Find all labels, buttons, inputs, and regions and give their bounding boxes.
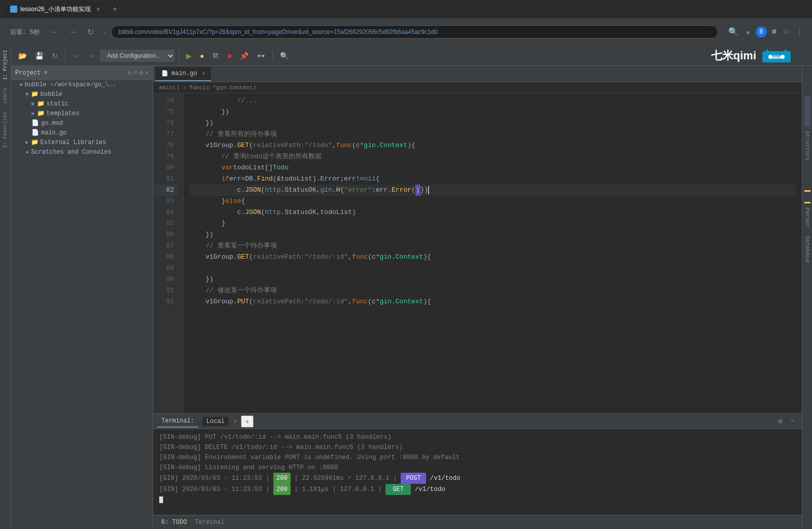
todo-bottom-tab[interactable]: 6: TODO — [157, 517, 191, 528]
go-mod-item[interactable]: 📄 go.mod — [11, 118, 153, 128]
static-folder-item[interactable]: ► 📁 static — [11, 99, 153, 109]
code-line-91: // 修改某一个待办事项 — [190, 285, 796, 296]
ext-libs-expand-icon: ► — [25, 139, 29, 146]
tab-label: lesson26_小清单功能实现 — [20, 5, 91, 14]
debug-btn[interactable]: ● — [197, 50, 207, 62]
new-tab-button[interactable]: + — [109, 4, 121, 15]
bookmark-icon[interactable]: ★ — [744, 25, 753, 39]
parser-panel-tab[interactable]: Parser — [802, 203, 812, 232]
code-line-92: v1Group.PUT( relativePath: "/todo/:id", … — [190, 296, 796, 307]
code-line-75: }) — [190, 107, 796, 118]
close-panel-icon[interactable]: ✕ — [145, 69, 149, 77]
refresh-tree-icon[interactable]: ↻ — [128, 69, 131, 77]
address-bar[interactable] — [111, 25, 719, 39]
go-mod-label: go.mod — [41, 120, 63, 127]
nav-back-btn[interactable]: ← — [69, 50, 83, 62]
run-btn[interactable]: ▶ — [183, 50, 195, 62]
build-btn[interactable]: 🛠 — [209, 50, 222, 62]
project-header: Project ▼ ↻ ≡ ⚙ ✕ — [11, 66, 153, 80]
countdown-label: 后退: 5秒 — [6, 27, 44, 38]
terminal-bottom-tab[interactable]: Terminal — [191, 517, 228, 528]
terminal-settings: ⚙ − — [775, 415, 798, 428]
terminal-close-icon[interactable]: ✕ — [234, 418, 237, 425]
scratches-item[interactable]: ★ Scratches and Consoles — [11, 147, 153, 157]
profile-icon[interactable]: ☺ — [782, 25, 791, 39]
local-tab[interactable]: Local — [202, 417, 229, 426]
main-go-tab-label: main.go — [171, 70, 197, 77]
code-line-84: c.JSON(http.StatusOK, todoList) — [190, 207, 796, 218]
config-dropdown[interactable]: Add Configuration... — [100, 50, 174, 62]
extension-icon[interactable]: B — [756, 26, 767, 38]
external-libs-item[interactable]: ► 📁 External Libraries — [11, 137, 153, 147]
static-folder-icon: 📁 — [37, 100, 45, 108]
terminal-minimize-icon[interactable]: − — [788, 415, 798, 428]
terminal-settings-icon[interactable]: ⚙ — [775, 415, 785, 428]
main-go-editor-tab[interactable]: 📄 main.go ✕ — [155, 67, 211, 81]
line-90: 90 — [153, 274, 178, 285]
collapse-icon[interactable]: ≡ — [133, 69, 137, 77]
scratches-icon: ★ — [25, 148, 29, 156]
browser-chrome: lesson26_小清单功能实现 ✕ + 后退: 5秒 ← → ↻ → 🔍 ★ … — [0, 0, 812, 46]
back-button[interactable]: ← — [48, 25, 62, 39]
learn-panel-tab[interactable]: Learn — [1, 84, 10, 108]
line-83: 83 — [153, 196, 178, 207]
toolbar-sep3 — [272, 51, 273, 61]
project-panel-tab[interactable]: 1: Project — [1, 46, 10, 84]
terminal-tab-local[interactable]: Terminal: — [157, 415, 198, 428]
bubble-folder-icon: 📁 — [31, 90, 39, 98]
project-panel: Project ▼ ↻ ≡ ⚙ ✕ ● bubble ~/workspace/g… — [11, 66, 153, 529]
toolbar-sep2 — [179, 51, 179, 61]
sync-btn[interactable]: ↻ — [49, 50, 61, 62]
editor-tabs: 📄 main.go ✕ — [153, 66, 802, 82]
line-87: 87 — [153, 240, 178, 252]
attach-btn[interactable]: 📌 — [237, 50, 252, 62]
add-terminal-btn[interactable]: + — [241, 415, 253, 428]
favorites-panel-tab[interactable]: 2: Favorites — [1, 108, 10, 152]
editor-area: 📄 main.go ✕ main() › func(c *gin.Context… — [153, 66, 802, 529]
stop-btn[interactable]: ■ — [224, 50, 234, 62]
folder-open-btn[interactable]: 📂 — [15, 50, 30, 62]
code-line-85: } — [190, 218, 796, 229]
line-75: 75 — [153, 107, 178, 118]
gear-icon[interactable]: ⚙ — [139, 69, 143, 77]
nav-forward-btn[interactable]: → — [85, 50, 98, 62]
terminal-content: [GIN-debug] PUT /v1/todo/:id --> main.ma… — [153, 429, 802, 515]
line-86: 86 — [153, 229, 178, 240]
svg-point-3 — [768, 55, 772, 59]
code-editor[interactable]: //... }) }) // 查看所有的待办事项 — [184, 93, 802, 413]
active-tab[interactable]: lesson26_小清单功能实现 ✕ — [4, 2, 107, 17]
search-icon[interactable]: 🔍 — [726, 25, 740, 39]
line-84: 84 — [153, 207, 178, 218]
structure-panel-tab[interactable]: Structure — [802, 127, 812, 165]
menu-icon[interactable]: ⋮ — [794, 25, 806, 39]
status-200-badge-1: 200 — [273, 473, 291, 484]
templates-folder-item[interactable]: ► 📁 templates — [11, 109, 153, 118]
database-panel-tab[interactable]: Database — [802, 232, 812, 267]
templates-expand-icon: ► — [31, 111, 35, 117]
search-everywhere-btn[interactable]: 🔍 — [277, 50, 292, 62]
svg-point-4 — [781, 55, 785, 59]
line-70: 70 — [153, 95, 178, 107]
line-88: 88 — [153, 252, 178, 263]
watermark-text: 七米qimi — [711, 48, 756, 63]
extensions-icon[interactable]: ■ — [770, 25, 779, 39]
project-root-item[interactable]: ● bubble ~/workspace/go_\.. — [11, 80, 153, 89]
forward-button[interactable]: → — [66, 25, 80, 39]
terminal-line-4: [GIN-debug] Listening and serving HTTP o… — [159, 463, 796, 473]
refresh-button[interactable]: ↻ — [84, 25, 97, 39]
bubble-folder-item[interactable]: ▼ 📁 bubble — [11, 89, 153, 99]
tab-close-btn[interactable]: ✕ — [202, 70, 205, 77]
code-line-89 — [190, 263, 796, 274]
code-line-70: //... — [190, 95, 796, 107]
scratches-label: Scratches and Consoles — [31, 149, 111, 156]
coverage-btn[interactable]: 👓 — [254, 50, 268, 62]
tab-close-icon[interactable]: ✕ — [96, 6, 100, 13]
main-go-item[interactable]: 📄 main.go — [11, 128, 153, 137]
terminal-cursor-line: █ — [159, 495, 796, 505]
templates-folder-label: templates — [47, 110, 80, 117]
static-expand-icon: ► — [31, 101, 35, 107]
line-77: 77 — [153, 129, 178, 140]
bottom-tabs: 6: TODO Terminal — [153, 515, 802, 529]
line-81: 81 — [153, 173, 178, 185]
save-btn[interactable]: 💾 — [32, 50, 47, 62]
